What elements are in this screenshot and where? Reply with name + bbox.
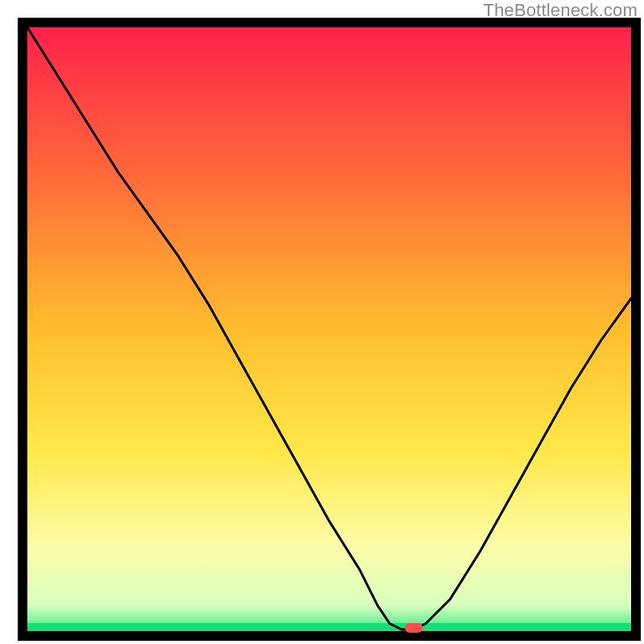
optimum-marker <box>405 623 423 633</box>
bottleneck-chart <box>0 0 644 644</box>
chart-background <box>23 23 636 636</box>
chart-container: TheBottleneck.com <box>0 0 644 644</box>
watermark-label: TheBottleneck.com <box>483 0 638 21</box>
